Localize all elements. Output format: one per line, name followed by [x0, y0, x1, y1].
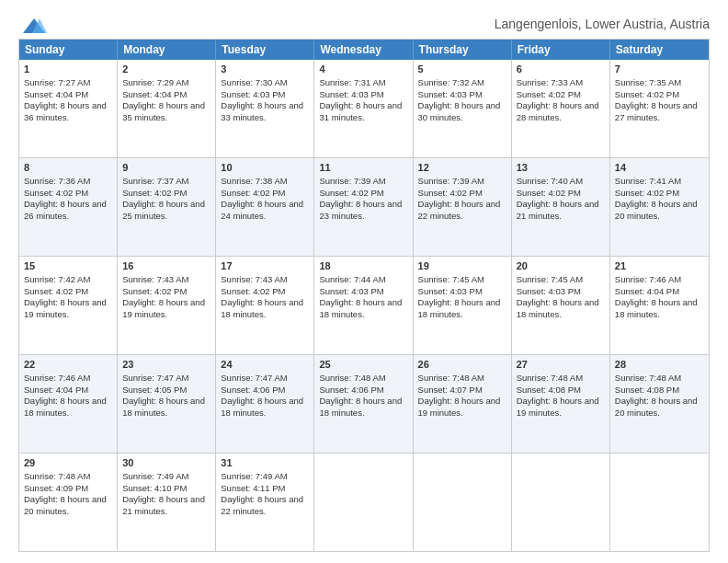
sunset-time: Sunset: 4:06 PM [221, 385, 285, 395]
logo [18, 17, 47, 33]
day-number: 9 [122, 161, 210, 175]
day-number: 18 [319, 259, 407, 273]
sunrise-time: Sunrise: 7:27 AM [24, 77, 90, 87]
calendar-day-cell: 24Sunrise: 7:47 AMSunset: 4:06 PMDayligh… [216, 355, 314, 453]
calendar-row: 8Sunrise: 7:36 AMSunset: 4:02 PMDaylight… [19, 157, 709, 256]
day-number: 12 [418, 161, 506, 175]
daylight-hours: Daylight: 8 hours and 21 minutes. [517, 199, 599, 221]
sunset-time: Sunset: 4:02 PM [221, 286, 285, 296]
sunset-time: Sunset: 4:03 PM [319, 89, 383, 99]
daylight-hours: Daylight: 8 hours and 19 minutes. [24, 297, 107, 319]
calendar: SundayMondayTuesdayWednesdayThursdayFrid… [18, 39, 710, 552]
page-header: Langengenlois, Lower Austria, Austria [18, 17, 710, 33]
sunrise-time: Sunrise: 7:45 AM [418, 274, 484, 284]
sunrise-time: Sunrise: 7:45 AM [517, 274, 583, 284]
location: Langengenlois, Lower Austria, Austria [495, 17, 710, 31]
calendar-day-cell: 3Sunrise: 7:30 AMSunset: 4:03 PMDaylight… [216, 60, 314, 157]
daylight-hours: Daylight: 8 hours and 23 minutes. [319, 199, 402, 221]
sunrise-time: Sunrise: 7:48 AM [615, 373, 681, 383]
calendar-day-cell: 7Sunrise: 7:35 AMSunset: 4:02 PMDaylight… [610, 60, 709, 157]
title-block: Langengenlois, Lower Austria, Austria [495, 17, 710, 31]
day-number: 24 [221, 358, 309, 372]
sunrise-time: Sunrise: 7:32 AM [418, 77, 484, 87]
calendar-day-cell: 26Sunrise: 7:48 AMSunset: 4:07 PMDayligh… [414, 355, 512, 453]
calendar-row: 1Sunrise: 7:27 AMSunset: 4:04 PMDaylight… [19, 60, 709, 157]
sunrise-time: Sunrise: 7:36 AM [24, 176, 90, 186]
daylight-hours: Daylight: 8 hours and 26 minutes. [24, 199, 107, 221]
calendar-day-cell: 30Sunrise: 7:49 AMSunset: 4:10 PMDayligh… [118, 454, 216, 551]
calendar-day-cell: 12Sunrise: 7:39 AMSunset: 4:02 PMDayligh… [414, 158, 512, 256]
day-number: 20 [517, 259, 605, 273]
daylight-hours: Daylight: 8 hours and 30 minutes. [418, 100, 501, 122]
daylight-hours: Daylight: 8 hours and 18 minutes. [24, 396, 107, 418]
sunset-time: Sunset: 4:08 PM [517, 385, 581, 395]
calendar-day-cell: 4Sunrise: 7:31 AMSunset: 4:03 PMDaylight… [314, 60, 413, 157]
logo-icon [21, 17, 47, 37]
sunset-time: Sunset: 4:04 PM [615, 286, 679, 296]
day-number: 14 [615, 161, 704, 175]
daylight-hours: Daylight: 8 hours and 28 minutes. [517, 100, 599, 122]
daylight-hours: Daylight: 8 hours and 22 minutes. [221, 494, 303, 516]
daylight-hours: Daylight: 8 hours and 21 minutes. [122, 494, 205, 516]
daylight-hours: Daylight: 8 hours and 20 minutes. [615, 396, 698, 418]
day-number: 22 [24, 358, 112, 372]
daylight-hours: Daylight: 8 hours and 18 minutes. [221, 297, 303, 319]
daylight-hours: Daylight: 8 hours and 25 minutes. [122, 199, 205, 221]
sunrise-time: Sunrise: 7:43 AM [221, 274, 287, 284]
calendar-day-cell: 11Sunrise: 7:39 AMSunset: 4:02 PMDayligh… [314, 158, 413, 256]
sunset-time: Sunset: 4:08 PM [615, 385, 679, 395]
calendar-row: 29Sunrise: 7:48 AMSunset: 4:09 PMDayligh… [19, 453, 709, 551]
sunrise-time: Sunrise: 7:33 AM [517, 77, 583, 87]
sunset-time: Sunset: 4:05 PM [122, 385, 187, 395]
empty-cell [610, 454, 709, 551]
day-number: 2 [122, 63, 210, 76]
calendar-day-cell: 5Sunrise: 7:32 AMSunset: 4:03 PMDaylight… [414, 60, 512, 157]
calendar-day-cell: 17Sunrise: 7:43 AMSunset: 4:02 PMDayligh… [216, 257, 314, 354]
day-number: 16 [122, 259, 210, 273]
calendar-day-cell: 27Sunrise: 7:48 AMSunset: 4:08 PMDayligh… [512, 355, 610, 453]
day-number: 17 [221, 259, 309, 273]
daylight-hours: Daylight: 8 hours and 18 minutes. [517, 297, 599, 319]
sunrise-time: Sunrise: 7:47 AM [122, 373, 188, 383]
sunset-time: Sunset: 4:02 PM [517, 89, 581, 99]
empty-cell [314, 454, 413, 551]
calendar-day-cell: 18Sunrise: 7:44 AMSunset: 4:03 PMDayligh… [314, 257, 413, 354]
sunset-time: Sunset: 4:03 PM [221, 89, 285, 99]
calendar-row: 15Sunrise: 7:42 AMSunset: 4:02 PMDayligh… [19, 256, 709, 354]
daylight-hours: Daylight: 8 hours and 19 minutes. [122, 297, 205, 319]
calendar-day-cell: 1Sunrise: 7:27 AMSunset: 4:04 PMDaylight… [19, 60, 118, 157]
daylight-hours: Daylight: 8 hours and 18 minutes. [418, 297, 501, 319]
day-number: 11 [319, 161, 407, 175]
day-number: 21 [615, 259, 704, 273]
calendar-day-cell: 23Sunrise: 7:47 AMSunset: 4:05 PMDayligh… [118, 355, 216, 453]
calendar-day-cell: 14Sunrise: 7:41 AMSunset: 4:02 PMDayligh… [610, 158, 709, 256]
calendar-day-cell: 13Sunrise: 7:40 AMSunset: 4:02 PMDayligh… [512, 158, 610, 256]
sunset-time: Sunset: 4:11 PM [221, 483, 285, 493]
daylight-hours: Daylight: 8 hours and 18 minutes. [122, 396, 205, 418]
cal-header-day: Monday [118, 40, 216, 60]
day-number: 31 [221, 456, 309, 470]
calendar-day-cell: 16Sunrise: 7:43 AMSunset: 4:02 PMDayligh… [118, 257, 216, 354]
sunrise-time: Sunrise: 7:49 AM [221, 471, 287, 481]
sunrise-time: Sunrise: 7:47 AM [221, 373, 287, 383]
sunset-time: Sunset: 4:03 PM [418, 89, 483, 99]
calendar-day-cell: 28Sunrise: 7:48 AMSunset: 4:08 PMDayligh… [610, 355, 709, 453]
sunrise-time: Sunrise: 7:39 AM [319, 176, 385, 186]
daylight-hours: Daylight: 8 hours and 27 minutes. [615, 100, 698, 122]
sunset-time: Sunset: 4:02 PM [418, 188, 483, 198]
sunset-time: Sunset: 4:02 PM [319, 188, 383, 198]
sunset-time: Sunset: 4:02 PM [24, 188, 88, 198]
calendar-day-cell: 6Sunrise: 7:33 AMSunset: 4:02 PMDaylight… [512, 60, 610, 157]
daylight-hours: Daylight: 8 hours and 31 minutes. [319, 100, 402, 122]
day-number: 23 [122, 358, 210, 372]
sunset-time: Sunset: 4:02 PM [122, 188, 187, 198]
cal-header-day: Thursday [414, 40, 512, 60]
calendar-day-cell: 2Sunrise: 7:29 AMSunset: 4:04 PMDaylight… [118, 60, 216, 157]
day-number: 25 [319, 358, 407, 372]
day-number: 6 [517, 63, 605, 76]
sunset-time: Sunset: 4:02 PM [517, 188, 581, 198]
sunset-time: Sunset: 4:04 PM [24, 89, 88, 99]
day-number: 13 [517, 161, 605, 175]
sunset-time: Sunset: 4:02 PM [24, 286, 88, 296]
daylight-hours: Daylight: 8 hours and 20 minutes. [615, 199, 698, 221]
